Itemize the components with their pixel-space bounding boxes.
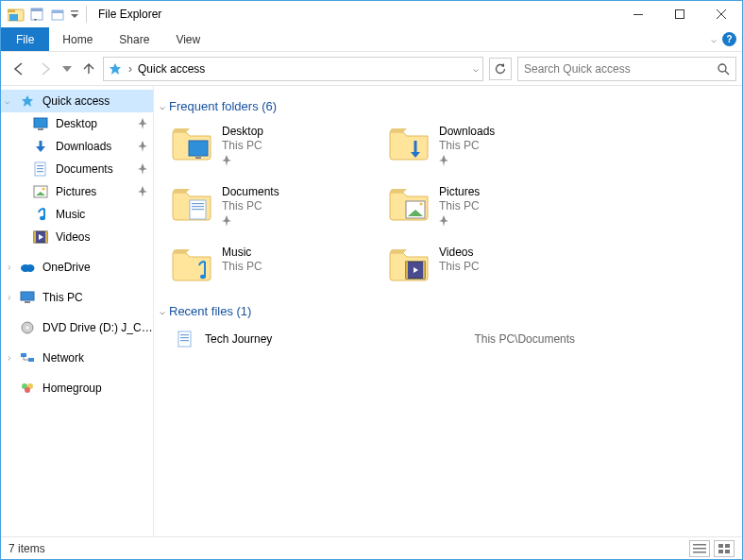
svg-rect-8 xyxy=(71,10,78,11)
folder-tile-downloads[interactable]: Downloads This PC xyxy=(388,121,605,181)
sidebar-item-documents[interactable]: Documents xyxy=(1,158,153,180)
qat-properties-icon[interactable] xyxy=(27,5,46,24)
svg-rect-66 xyxy=(693,548,706,550)
svg-point-17 xyxy=(718,64,726,72)
close-button[interactable] xyxy=(701,1,742,27)
sidebar-item-label: Pictures xyxy=(56,185,96,198)
videos-icon xyxy=(33,229,48,245)
sidebar-item-label: OneDrive xyxy=(42,261,91,274)
network-icon xyxy=(20,350,35,365)
sidebar-item-pictures[interactable]: Pictures xyxy=(1,180,153,203)
sidebar-item-music[interactable]: Music xyxy=(1,203,153,226)
svg-point-56 xyxy=(200,275,206,279)
pin-icon xyxy=(138,118,147,129)
sidebar-item-desktop[interactable]: Desktop xyxy=(1,112,153,135)
folder-tile-desktop[interactable]: Desktop This PC xyxy=(171,121,388,181)
address-bar[interactable]: › Quick access ⌵ xyxy=(103,57,483,81)
group-header-label: Recent files (1) xyxy=(169,304,251,318)
svg-point-45 xyxy=(25,387,30,393)
search-box[interactable]: Search Quick access xyxy=(517,57,736,81)
folder-tile-documents[interactable]: Documents This PC xyxy=(171,181,388,242)
svg-rect-25 xyxy=(37,168,43,169)
expand-icon[interactable]: ⌵ xyxy=(3,296,12,300)
svg-rect-37 xyxy=(21,292,34,300)
breadcrumb-chevron-icon: › xyxy=(128,62,132,76)
svg-rect-4 xyxy=(31,8,42,11)
pin-icon xyxy=(222,215,279,227)
ribbon-tab-share[interactable]: Share xyxy=(106,27,162,51)
back-button[interactable] xyxy=(7,57,31,81)
svg-rect-51 xyxy=(192,206,204,207)
refresh-button[interactable] xyxy=(489,58,512,80)
sidebar-item-dvd-drive[interactable]: DVD Drive (D:) J_CPRA xyxy=(1,316,153,339)
group-header-frequent[interactable]: ⌵ Frequent folders (6) xyxy=(158,93,738,121)
recent-locations-button[interactable] xyxy=(59,57,75,81)
svg-rect-50 xyxy=(192,203,204,204)
pin-icon xyxy=(138,163,147,175)
ribbon-tabs: File Home Share View ⌵ ? xyxy=(1,27,742,52)
folder-tile-videos[interactable]: Videos This PC xyxy=(388,242,605,298)
svg-rect-62 xyxy=(180,334,189,335)
folder-icon xyxy=(171,125,212,162)
svg-point-29 xyxy=(42,187,44,190)
svg-rect-24 xyxy=(37,165,43,166)
svg-rect-63 xyxy=(180,337,189,338)
svg-rect-68 xyxy=(718,544,723,548)
svg-marker-19 xyxy=(22,95,33,107)
sidebar-item-label: This PC xyxy=(42,291,83,304)
sidebar-item-downloads[interactable]: Downloads xyxy=(1,135,153,158)
svg-rect-33 xyxy=(45,231,47,243)
sidebar-item-this-pc[interactable]: ⌵ This PC xyxy=(1,286,153,309)
maximize-button[interactable] xyxy=(659,1,701,27)
qat-new-folder-icon[interactable] xyxy=(48,5,67,24)
address-dropdown-icon[interactable]: ⌵ xyxy=(473,63,479,74)
svg-rect-11 xyxy=(676,10,684,19)
sidebar-item-videos[interactable]: Videos xyxy=(1,226,153,248)
expand-icon[interactable]: ⌵ xyxy=(3,265,12,270)
sidebar-item-homegroup[interactable]: Homegroup xyxy=(1,377,153,399)
forward-button[interactable] xyxy=(33,57,58,81)
desktop-icon xyxy=(33,116,48,131)
svg-line-18 xyxy=(725,71,729,75)
svg-rect-64 xyxy=(180,340,189,341)
tile-name: Documents xyxy=(222,185,279,198)
folder-icon xyxy=(388,185,430,223)
ribbon-tab-home[interactable]: Home xyxy=(49,27,106,51)
recent-file-row[interactable]: Tech Journey This PC\Documents xyxy=(158,326,738,352)
ribbon-expand-icon[interactable]: ⌵ xyxy=(711,34,717,44)
folder-tile-pictures[interactable]: Pictures This PC xyxy=(388,181,605,242)
svg-rect-2 xyxy=(9,14,18,21)
tile-name: Desktop xyxy=(222,125,263,138)
ribbon-home-label: Home xyxy=(62,33,93,46)
ribbon-tab-file[interactable]: File xyxy=(1,27,49,51)
quick-access-star-icon xyxy=(20,93,35,109)
sidebar-item-onedrive[interactable]: ⌵ OneDrive xyxy=(1,256,153,279)
sidebar-item-label: Desktop xyxy=(56,117,97,130)
svg-rect-32 xyxy=(34,231,36,243)
folder-tile-music[interactable]: Music This PC xyxy=(171,242,388,298)
group-header-recent[interactable]: ⌵ Recent files (1) xyxy=(158,298,738,326)
recent-file-name: Tech Journey xyxy=(205,332,272,346)
status-bar: 7 items xyxy=(1,536,742,559)
large-icons-view-button[interactable] xyxy=(714,540,735,557)
svg-rect-67 xyxy=(693,552,706,553)
expand-icon[interactable]: ⌵ xyxy=(3,356,12,361)
pin-icon xyxy=(138,141,147,152)
svg-rect-7 xyxy=(52,10,63,13)
sidebar-item-network[interactable]: ⌵ Network xyxy=(1,347,153,369)
minimize-button[interactable] xyxy=(617,1,659,27)
recent-file-path: This PC\Documents xyxy=(474,332,575,346)
svg-rect-61 xyxy=(178,331,191,347)
up-button[interactable] xyxy=(76,57,101,81)
ribbon-view-label: View xyxy=(176,33,200,46)
svg-rect-58 xyxy=(406,262,408,279)
title-bar: File Explorer xyxy=(1,1,742,27)
ribbon-tab-view[interactable]: View xyxy=(162,27,213,51)
qat-customize-icon[interactable] xyxy=(69,5,80,24)
details-view-button[interactable] xyxy=(689,540,710,557)
sidebar-item-quick-access[interactable]: ⌵ Quick access xyxy=(1,90,153,112)
help-icon[interactable]: ? xyxy=(722,32,736,46)
expand-icon[interactable]: ⌵ xyxy=(5,96,9,106)
collapse-icon: ⌵ xyxy=(160,101,165,111)
pictures-icon xyxy=(33,184,48,199)
